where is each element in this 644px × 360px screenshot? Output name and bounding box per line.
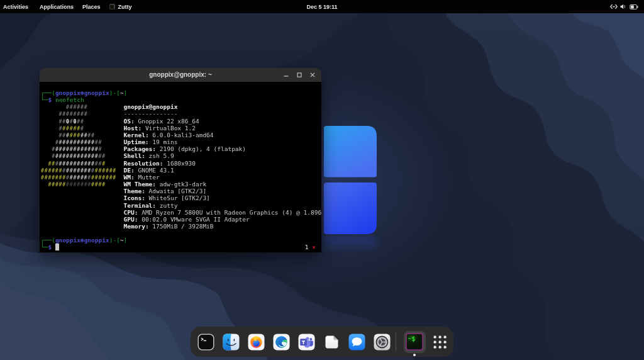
dock-item-teams[interactable] (294, 327, 319, 357)
edge-icon (273, 334, 290, 351)
zutty-glyph-tilde: ~ (408, 335, 411, 342)
zutty-active-highlight: ~ $ (404, 331, 426, 353)
notes-icon (323, 334, 340, 351)
exit-status: 1 ⨯ (305, 244, 316, 250)
dock-item-files[interactable] (218, 327, 243, 357)
activities-button[interactable]: Activities (3, 4, 28, 10)
dock-item-app-grid[interactable] (429, 327, 451, 357)
zutty-glyph-dollar: $ (411, 335, 415, 342)
dock-item-messages[interactable] (344, 327, 369, 357)
teams-icon (298, 334, 315, 351)
system-tray[interactable] (610, 0, 638, 13)
terminal-titlebar[interactable]: gnoppix@gnoppix: ~ (40, 68, 321, 82)
battery-icon (630, 4, 638, 9)
top-bar: Activities Applications Places Zutty Dec… (0, 0, 644, 13)
dock-item-settings[interactable] (369, 327, 394, 357)
zutty-running-dot (413, 354, 416, 356)
firefox-icon (248, 334, 265, 351)
volume-icon (620, 4, 627, 9)
terminal-black-icon (197, 334, 214, 351)
settings-icon (374, 334, 391, 351)
zutty-icon: ~ $ (406, 333, 423, 351)
dock-item-terminal[interactable] (193, 327, 218, 357)
maximize-button[interactable] (292, 68, 306, 82)
app-grid-icon (432, 334, 448, 350)
dock: ~ $ (191, 327, 453, 357)
focused-app-menu[interactable]: Zutty (118, 4, 132, 10)
zutty-app-icon (109, 4, 115, 9)
dock-item-edge[interactable] (269, 327, 294, 357)
places-menu[interactable]: Places (82, 4, 101, 10)
terminal-cursor (55, 244, 59, 250)
messages-icon (348, 334, 365, 351)
dock-item-notes[interactable] (319, 327, 344, 357)
network-icon (610, 4, 618, 9)
terminal-window: gnoppix@gnoppix: ~ ┌──(gnoppix⊛gnoppix)-… (40, 68, 321, 252)
terminal-content[interactable]: ┌──(gnoppix⊛gnoppix)-[~] └─$ neofetch ##… (40, 82, 321, 252)
close-button[interactable] (306, 68, 319, 82)
finder-icon (223, 334, 240, 351)
applications-menu[interactable]: Applications (40, 4, 74, 10)
minimize-button[interactable] (279, 68, 292, 82)
dock-item-zutty[interactable]: ~ $ (400, 327, 429, 357)
terminal-text: ┌──(gnoppix⊛gnoppix)-[~] └─$ neofetch ##… (41, 89, 321, 251)
dock-separator (396, 332, 396, 351)
dock-item-firefox[interactable] (243, 327, 269, 357)
